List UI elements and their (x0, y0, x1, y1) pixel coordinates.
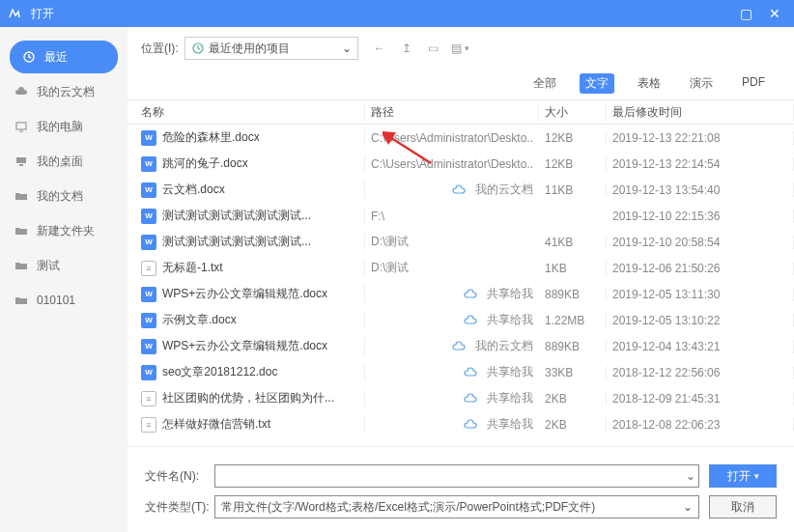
cloud-icon (464, 314, 477, 327)
file-path: C:\Users\Administrator\Deskto... (371, 131, 533, 145)
filename-input[interactable] (214, 464, 682, 488)
cloud-icon (14, 84, 29, 99)
sidebar-item-5[interactable]: 新建文件夹 (0, 214, 128, 247)
file-date: 2019-12-06 21:50:26 (607, 262, 794, 275)
file-path: D:\测试 (371, 260, 533, 276)
file-path: 我的云文档 (371, 182, 533, 198)
cancel-button[interactable]: 取消 (709, 495, 777, 518)
cloud-icon (464, 392, 477, 406)
window-title: 打开 (31, 6, 734, 22)
file-date: 2019-12-13 22:21:08 (607, 131, 794, 145)
folder-icon (14, 223, 29, 238)
footer: 文件名(N): ⌄ 打开▾ 文件类型(T): 常用文件(文字/Word格式;表格… (128, 446, 794, 532)
file-date: 2019-12-13 22:14:54 (607, 157, 794, 171)
file-name: seo文章20181212.doc (162, 364, 277, 380)
col-name[interactable]: 名称 (128, 104, 365, 121)
col-path[interactable]: 路径 (365, 104, 539, 121)
cloud-icon (464, 418, 477, 432)
close-button[interactable]: ✕ (763, 4, 786, 23)
chevron-down-icon: ⌄ (683, 500, 693, 514)
cloud-icon (464, 288, 477, 301)
back-icon[interactable]: ← (370, 39, 389, 58)
location-select[interactable]: 最近使用的项目 ⌄ (184, 37, 358, 60)
file-date: 2019-12-10 20:58:54 (607, 236, 794, 249)
tab-0[interactable]: 全部 (527, 73, 562, 94)
file-name: 危险的森林里.docx (162, 129, 260, 146)
sidebar-item-7[interactable]: 010101 (0, 284, 128, 317)
file-size: 889KB (539, 340, 607, 353)
filter-tabs: 全部文字表格演示PDF (128, 70, 794, 99)
sidebar-item-1[interactable]: 我的云文档 (0, 75, 128, 108)
titlebar: 打开 ▢ ✕ (0, 0, 794, 27)
file-date: 2018-12-09 21:45:31 (607, 392, 794, 406)
file-date: 2019-12-04 13:43:21 (607, 340, 794, 353)
file-name: 云文档.docx (162, 182, 225, 198)
tab-2[interactable]: 表格 (632, 73, 666, 94)
recent-icon (191, 42, 205, 55)
filetype-select[interactable]: 常用文件(文字/Word格式;表格/Excel格式;演示/PowerPoint格… (214, 495, 699, 518)
table-row[interactable]: W危险的森林里.docxC:\Users\Administrator\Deskt… (128, 125, 794, 151)
cloud-icon (452, 340, 466, 353)
word-file-icon: W (141, 182, 156, 198)
word-file-icon: W (141, 235, 156, 250)
tab-3[interactable]: 演示 (684, 73, 719, 94)
file-date: 2018-12-08 22:06:23 (607, 418, 794, 432)
maximize-button[interactable]: ▢ (734, 4, 757, 23)
tab-1[interactable]: 文字 (580, 73, 614, 94)
file-path: 共享给我 (371, 286, 533, 302)
table-row[interactable]: W跳河的兔子.docxC:\Users\Administrator\Deskto… (128, 151, 794, 177)
col-date[interactable]: 最后修改时间 (607, 104, 794, 121)
table-row[interactable]: W测试测试测试测试测试测试...D:\测试41KB2019-12-10 20:5… (128, 229, 794, 255)
table-row[interactable]: WWPS+云办公文章编辑规范.docx共享给我889KB2019-12-05 1… (128, 281, 794, 307)
up-icon[interactable]: ↥ (397, 39, 416, 58)
word-file-icon: W (141, 209, 156, 224)
sidebar-item-label: 我的云文档 (37, 84, 95, 100)
cloud-icon (452, 183, 466, 197)
file-size: 2KB (539, 418, 607, 432)
file-date: 2018-12-12 22:56:06 (607, 366, 794, 379)
table-row[interactable]: W测试测试测试测试测试测试...F:\2019-12-10 22:15:36 (128, 203, 794, 229)
sidebar-item-0[interactable]: 最近 (10, 41, 118, 73)
file-size: 41KB (539, 236, 607, 249)
sidebar-item-label: 新建文件夹 (37, 223, 95, 239)
sidebar-item-label: 测试 (37, 258, 60, 274)
word-file-icon: W (141, 287, 156, 302)
file-size: 2KB (539, 392, 607, 406)
col-size[interactable]: 大小 (539, 104, 607, 121)
file-size: 1KB (539, 262, 607, 275)
table-row[interactable]: ≡无标题-1.txtD:\测试1KB2019-12-06 21:50:26 (128, 255, 794, 281)
sidebar-item-6[interactable]: 测试 (0, 249, 128, 282)
sidebar-item-3[interactable]: 我的桌面 (0, 145, 128, 178)
window-controls: ▢ ✕ (734, 4, 786, 23)
table-row[interactable]: W示例文章.docx共享给我1.22MB2019-12-05 13:10:22 (128, 307, 794, 333)
file-path: F:\ (371, 210, 533, 223)
clock-icon (21, 49, 37, 65)
file-path: 共享给我 (371, 416, 533, 433)
content: 位置(I): 最近使用的项目 ⌄ ← ↥ ▭ ▤▾ 全部文字表格演示PDF 名称… (128, 27, 794, 532)
view-icon[interactable]: ▤▾ (451, 39, 470, 58)
file-name: 无标题-1.txt (162, 260, 223, 276)
table-row[interactable]: WWPS+云办公文章编辑规范.docx我的云文档889KB2019-12-04 … (128, 333, 794, 359)
file-path: C:\Users\Administrator\Deskto... (371, 157, 533, 171)
file-size: 12KB (539, 131, 607, 145)
filename-dropdown-icon[interactable]: ⌄ (682, 464, 699, 488)
tab-4[interactable]: PDF (736, 73, 771, 94)
file-size: 889KB (539, 288, 607, 301)
file-date: 2019-12-10 22:15:36 (607, 210, 794, 223)
filename-label: 文件名(N): (145, 468, 214, 485)
table-row[interactable]: W云文档.docx我的云文档11KB2019-12-13 13:54:40 (128, 177, 794, 203)
sidebar-item-4[interactable]: 我的文档 (0, 180, 128, 212)
sidebar-item-2[interactable]: 我的电脑 (0, 110, 128, 143)
file-name: 跳河的兔子.docx (162, 155, 248, 172)
table-row[interactable]: Wseo文章20181212.doc共享给我33KB2018-12-12 22:… (128, 359, 794, 385)
filetype-label: 文件类型(T): (145, 499, 214, 516)
file-name: 怎样做好微信营销.txt (162, 416, 270, 433)
table-row[interactable]: ≡怎样做好微信营销.txt共享给我2KB2018-12-08 22:06:23 (128, 411, 794, 437)
open-button[interactable]: 打开▾ (709, 464, 777, 488)
sidebar-item-label: 010101 (37, 294, 75, 307)
file-name: 社区团购的优势，社区团购为什... (162, 390, 334, 406)
folder-icon (14, 258, 29, 273)
table-row[interactable]: ≡社区团购的优势，社区团购为什...共享给我2KB2018-12-09 21:4… (128, 385, 794, 411)
new-folder-icon[interactable]: ▭ (424, 39, 443, 58)
file-size: 1.22MB (539, 314, 607, 327)
